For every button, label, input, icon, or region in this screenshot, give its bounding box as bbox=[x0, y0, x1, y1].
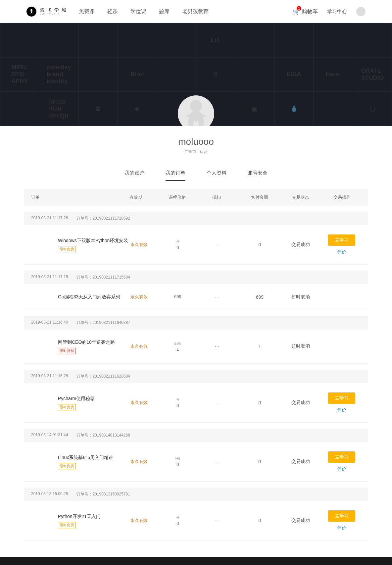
order-number: 订单号：20190321111628684 bbox=[76, 374, 130, 379]
discount-cell: - - bbox=[193, 518, 241, 523]
main-nav: 免费课 轻课 学位课 题库 老男孩教育 bbox=[79, 8, 209, 15]
tab-profile[interactable]: 个人资料 bbox=[207, 166, 226, 181]
logo-en: LUFFYCITY bbox=[40, 13, 67, 16]
study-button[interactable]: 去学习 bbox=[328, 392, 355, 404]
table-head: 订单 有效期 课程价格 抵扣 实付金额 交易状态 交易操作 bbox=[24, 189, 368, 206]
rate-link[interactable]: 评价 bbox=[323, 407, 361, 413]
price-cell: 290 bbox=[162, 456, 193, 468]
status-cell: 交易成功 bbox=[278, 242, 322, 248]
order-title[interactable]: Windows下双版本Python环境安装 bbox=[58, 237, 130, 244]
paid-cell: 699 bbox=[241, 294, 278, 300]
profile-tabs: 我的账户 我的订单 个人资料 账号安全 bbox=[0, 166, 392, 181]
nav-free[interactable]: 免费课 bbox=[79, 8, 95, 15]
nav-oldboy[interactable]: 老男孩教育 bbox=[182, 8, 209, 15]
order-row: Python开发21天入门 限时免费 永久有效 90 - - 0 交易成功 去学… bbox=[24, 501, 368, 540]
profile-info: moluooo 广州市 | 运营 bbox=[0, 126, 392, 158]
order-block: 2019-03-14 01:31:44 订单号：2019031401314426… bbox=[24, 429, 368, 482]
discount-cell: - - bbox=[193, 344, 241, 349]
logo[interactable]: 路 飞 学 城 LUFFYCITY bbox=[26, 7, 67, 17]
learn-center-link[interactable]: 学习中心 bbox=[327, 9, 347, 15]
valid-period: 永久有效 bbox=[130, 343, 162, 349]
logo-text: 路 飞 学 城 LUFFYCITY bbox=[40, 8, 67, 16]
cart-label: 购物车 bbox=[302, 8, 318, 15]
rate-link[interactable]: 评价 bbox=[323, 525, 361, 531]
price-cell: 90 bbox=[162, 239, 193, 251]
study-button[interactable]: 去学习 bbox=[328, 510, 355, 522]
th-discount: 抵扣 bbox=[193, 194, 240, 200]
username: moluooo bbox=[0, 136, 392, 147]
order-time: 2019-03-13 15:00:25 bbox=[31, 491, 68, 497]
header-right: 1 🛒 购物车 学习中心 bbox=[293, 7, 366, 16]
th-action: 交易操作 bbox=[323, 194, 361, 200]
promo-badge: 限时免费 bbox=[58, 404, 76, 410]
paid-cell: 0 bbox=[241, 242, 278, 247]
order-time: 2019-03-21 11:17:28 bbox=[31, 216, 68, 221]
action-cell: 去学习 评价 bbox=[323, 451, 361, 472]
header-left: 路 飞 学 城 LUFFYCITY 免费课 轻课 学位课 题库 老男孩教育 bbox=[26, 7, 209, 17]
cart-button[interactable]: 1 🛒 购物车 bbox=[293, 8, 318, 15]
svg-point-0 bbox=[30, 9, 32, 11]
order-title-wrap: Linux系统基础5周入门精讲 限时免费 bbox=[31, 454, 130, 469]
order-time: 2019-03-21 11:16:40 bbox=[31, 320, 68, 326]
rate-link[interactable]: 评价 bbox=[323, 249, 361, 255]
order-time: 2019-03-14 01:31:44 bbox=[31, 433, 68, 438]
paid-cell: 0 bbox=[241, 400, 278, 405]
order-block: 2019-03-21 11:16:28 订单号：2019032111162868… bbox=[24, 370, 368, 423]
th-valid: 有效期 bbox=[129, 194, 161, 200]
discount-cell: - - bbox=[193, 242, 241, 247]
order-meta: 2019-03-13 15:00:25 订单号：2019031315002579… bbox=[24, 488, 368, 501]
valid-period: 永久有效 bbox=[130, 518, 162, 524]
order-title[interactable]: Go编程33天从入门到放弃系列 bbox=[58, 293, 130, 300]
study-button[interactable]: 去学习 bbox=[328, 451, 355, 463]
order-title-wrap: Python开发21天入门 限时免费 bbox=[31, 513, 130, 528]
th-price: 课程价格 bbox=[161, 194, 193, 200]
nav-bank[interactable]: 题库 bbox=[159, 8, 170, 15]
order-meta: 2019-03-14 01:31:44 订单号：2019031401314426… bbox=[24, 429, 368, 442]
user-avatar-small[interactable] bbox=[356, 7, 366, 16]
order-number: 订单号：20190314013144268 bbox=[76, 433, 130, 438]
order-title[interactable]: Python开发21天入门 bbox=[58, 513, 130, 520]
order-row: 网管到CEO的10年逆袭之路 限时折扣 永久有效 1001 - - 1 超时取消 bbox=[24, 330, 368, 364]
valid-period: 永久有效 bbox=[130, 294, 162, 300]
rate-link[interactable]: 评价 bbox=[323, 466, 361, 472]
logo-cn: 路 飞 学 城 bbox=[40, 8, 67, 13]
nav-degree[interactable]: 学位课 bbox=[130, 8, 146, 15]
discount-cell: - - bbox=[193, 459, 241, 464]
order-time: 2019-03-21 11:17:15 bbox=[31, 275, 68, 280]
order-title[interactable]: Pycharm使用秘籍 bbox=[58, 395, 130, 402]
price-cell: 1001 bbox=[162, 340, 193, 352]
status-cell: 交易成功 bbox=[278, 459, 322, 465]
order-number: 订单号：20190321111715584 bbox=[76, 275, 130, 280]
status-cell: 交易成功 bbox=[278, 518, 322, 524]
order-row: Linux系统基础5周入门精讲 限时免费 永久有效 290 - - 0 交易成功… bbox=[24, 442, 368, 482]
tab-orders[interactable]: 我的订单 bbox=[166, 166, 185, 181]
order-title-wrap: 网管到CEO的10年逆袭之路 限时折扣 bbox=[31, 339, 130, 354]
price-cell: 699 bbox=[162, 294, 193, 300]
order-title[interactable]: Linux系统基础5周入门精讲 bbox=[58, 454, 130, 461]
tab-account[interactable]: 我的账户 bbox=[124, 166, 144, 181]
study-button[interactable]: 去学习 bbox=[328, 234, 355, 246]
order-number: 订单号：20190313150025791 bbox=[76, 491, 130, 497]
user-meta: 广州市 | 运营 bbox=[0, 149, 392, 155]
order-title[interactable]: 网管到CEO的10年逆袭之路 bbox=[58, 339, 130, 346]
th-order: 订单 bbox=[31, 194, 129, 200]
svg-point-1 bbox=[190, 100, 202, 112]
promo-badge: 限时免费 bbox=[58, 463, 76, 469]
order-block: 2019-03-21 11:16:40 订单号：2019032111164038… bbox=[24, 316, 368, 364]
order-block: 2019-03-13 15:00:25 订单号：2019031315002579… bbox=[24, 488, 368, 540]
status-cell: 超时取消 bbox=[278, 343, 322, 349]
order-row: Pycharm使用秘籍 限时免费 永久有效 90 - - 0 交易成功 去学习 … bbox=[24, 383, 368, 423]
nav-light[interactable]: 轻课 bbox=[107, 8, 118, 15]
order-meta: 2019-03-21 11:17:15 订单号：2019032111171558… bbox=[24, 271, 368, 284]
order-meta: 2019-03-21 11:17:28 订单号：2019032111172859… bbox=[24, 212, 368, 225]
valid-period: 永久有效 bbox=[130, 459, 162, 465]
order-title-wrap: Pycharm使用秘籍 限时免费 bbox=[31, 395, 130, 410]
order-meta: 2019-03-21 11:16:40 订单号：2019032111164038… bbox=[24, 316, 368, 330]
tab-security[interactable]: 账号安全 bbox=[248, 166, 268, 181]
paid-cell: 1 bbox=[241, 344, 278, 349]
promo-badge: 限时免费 bbox=[58, 522, 76, 528]
order-block: 2019-03-21 11:17:15 订单号：2019032111171558… bbox=[24, 271, 368, 310]
order-block: 2019-03-21 11:17:28 订单号：2019032111172859… bbox=[24, 212, 368, 265]
banner: ER. MPELOTOAPHYmoodleybrandidentityBindS… bbox=[0, 23, 392, 126]
order-time: 2019-03-21 11:16:28 bbox=[31, 374, 68, 379]
